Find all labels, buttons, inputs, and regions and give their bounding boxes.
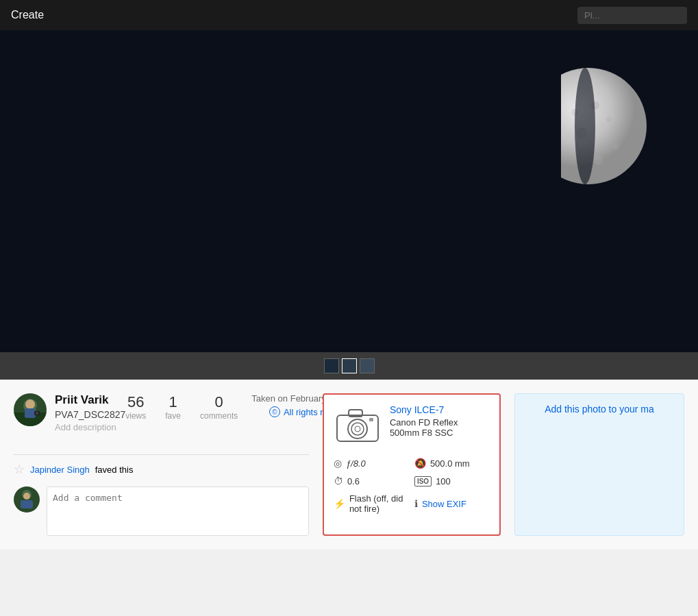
flash-spec: ⚡ Flash (off, did not fire) bbox=[334, 493, 409, 514]
add-album-text: Add this photo to your ma bbox=[545, 404, 654, 415]
comment-user-avatar bbox=[14, 486, 40, 513]
svg-point-23 bbox=[351, 423, 364, 435]
camera-header: Sony ILCE-7 Canon FD Reflex 500mm F8 SSC bbox=[334, 404, 490, 448]
aperture-spec: ◎ ƒ/8.0 bbox=[334, 458, 409, 469]
info-area: Priit Varik PVA7_DSC2827 Add description… bbox=[0, 380, 698, 550]
thumbnail-1[interactable] bbox=[324, 358, 339, 373]
svg-point-6 bbox=[594, 156, 603, 165]
moon-image bbox=[520, 58, 657, 195]
aperture-icon: ◎ bbox=[334, 458, 342, 469]
lens-model: Canon FD Reflex 500mm F8 SSC bbox=[390, 417, 490, 438]
app-title: Create bbox=[11, 9, 44, 21]
aperture-value: ƒ/8.0 bbox=[346, 458, 366, 469]
iso-icon: ISO bbox=[414, 476, 432, 486]
views-stat: 56 views bbox=[125, 393, 146, 421]
exposure-icon: ⏱ bbox=[334, 476, 343, 486]
svg-point-12 bbox=[25, 399, 35, 409]
author-info: Priit Varik PVA7_DSC2827 Add description bbox=[55, 393, 125, 432]
camera-info-box: Sony ILCE-7 Canon FD Reflex 500mm F8 SSC… bbox=[323, 393, 501, 536]
author-section: Priit Varik PVA7_DSC2827 Add description bbox=[14, 393, 125, 441]
fave-count: 1 bbox=[165, 393, 181, 411]
info-top-row: Priit Varik PVA7_DSC2827 Add description… bbox=[14, 393, 309, 441]
comment-input[interactable] bbox=[47, 486, 309, 536]
show-exif-link[interactable]: Show EXIF bbox=[422, 499, 466, 509]
faved-action: faved this bbox=[95, 465, 134, 475]
photo-display bbox=[0, 30, 698, 352]
focal-length-icon: 🔕 bbox=[414, 458, 426, 469]
add-to-album-box[interactable]: Add this photo to your ma bbox=[514, 393, 684, 536]
copyright-icon: © bbox=[269, 406, 280, 417]
thumbnail-2[interactable] bbox=[342, 358, 357, 373]
star-icon[interactable]: ☆ bbox=[14, 462, 25, 477]
svg-point-3 bbox=[606, 116, 612, 122]
photo-title: PVA7_DSC2827 bbox=[55, 409, 125, 420]
camera-icon bbox=[334, 404, 382, 448]
svg-rect-19 bbox=[21, 500, 33, 508]
flash-icon: ⚡ bbox=[334, 498, 345, 509]
faved-user[interactable]: Japinder Singh bbox=[30, 465, 90, 475]
focal-length-spec: 🔕 500.0 mm bbox=[414, 458, 490, 469]
app-header: Create bbox=[0, 0, 698, 30]
svg-point-15 bbox=[36, 412, 38, 415]
thumbnails-strip bbox=[0, 352, 698, 380]
focal-length-value: 500.0 mm bbox=[430, 458, 470, 469]
views-count: 56 bbox=[125, 393, 146, 411]
add-description-label[interactable]: Add description bbox=[55, 422, 125, 432]
search-input[interactable] bbox=[577, 7, 687, 24]
faved-row: ☆ Japinder Singh faved this bbox=[14, 454, 309, 477]
left-panel: Priit Varik PVA7_DSC2827 Add description… bbox=[14, 393, 309, 536]
author-avatar[interactable] bbox=[14, 393, 47, 426]
right-panel: Sony ILCE-7 Canon FD Reflex 500mm F8 SSC… bbox=[323, 393, 684, 536]
author-name[interactable]: Priit Varik bbox=[55, 393, 125, 407]
svg-rect-25 bbox=[369, 418, 373, 421]
thumbnail-3[interactable] bbox=[360, 358, 375, 373]
fave-label: fave bbox=[165, 411, 181, 421]
svg-point-22 bbox=[348, 419, 367, 439]
iso-value: 100 bbox=[436, 476, 451, 486]
flash-value: Flash (off, did not fire) bbox=[349, 493, 409, 514]
comment-area bbox=[14, 486, 309, 536]
svg-point-18 bbox=[23, 493, 30, 500]
exposure-spec: ⏱ 0.6 bbox=[334, 476, 409, 486]
svg-rect-13 bbox=[25, 408, 36, 418]
svg-point-24 bbox=[355, 426, 360, 432]
svg-point-8 bbox=[575, 68, 595, 184]
stats-section: 56 views 1 fave 0 comments bbox=[125, 393, 238, 421]
camera-model-info: Sony ILCE-7 Canon FD Reflex 500mm F8 SSC bbox=[390, 404, 490, 438]
comments-count: 0 bbox=[200, 393, 238, 411]
show-exif-item: ℹ Show EXIF bbox=[414, 493, 490, 514]
info-icon: ℹ bbox=[414, 498, 418, 509]
comments-label: comments bbox=[200, 411, 238, 421]
fave-stat: 1 fave bbox=[165, 393, 181, 421]
author-row: Priit Varik PVA7_DSC2827 Add description bbox=[14, 393, 125, 432]
camera-model[interactable]: Sony ILCE-7 bbox=[390, 404, 490, 415]
views-label: views bbox=[125, 411, 146, 421]
svg-point-5 bbox=[612, 143, 619, 150]
comments-stat: 0 comments bbox=[200, 393, 238, 421]
exposure-value: 0.6 bbox=[347, 476, 360, 486]
camera-specs: ◎ ƒ/8.0 🔕 500.0 mm ⏱ 0.6 ISO 100 bbox=[334, 458, 490, 514]
iso-spec: ISO 100 bbox=[414, 476, 490, 486]
